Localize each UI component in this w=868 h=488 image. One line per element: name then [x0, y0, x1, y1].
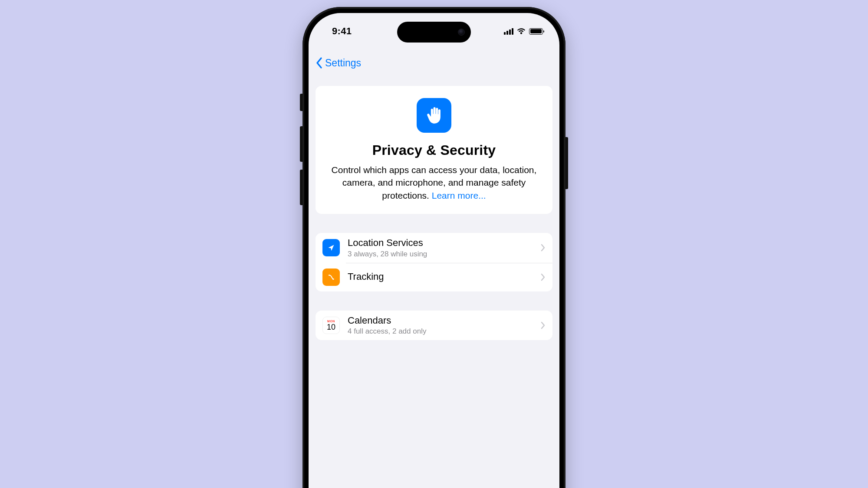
hero-card: Privacy & Security Control which apps ca… — [316, 86, 552, 214]
navigation-bar: Settings — [309, 51, 559, 75]
location-arrow-icon — [322, 239, 340, 256]
row-text: Tracking — [348, 271, 540, 282]
row-calendars[interactable]: MON 10 Calendars 4 full access, 2 add on… — [316, 311, 552, 340]
settings-group-apps: MON 10 Calendars 4 full access, 2 add on… — [316, 311, 552, 340]
calendar-dayofweek: MON — [327, 320, 335, 323]
hero-description: Control which apps can access your data,… — [325, 164, 543, 202]
row-tracking[interactable]: Tracking — [316, 263, 552, 291]
status-right — [504, 28, 543, 35]
battery-icon — [529, 28, 543, 35]
settings-group-location: Location Services 3 always, 28 while usi… — [316, 233, 552, 291]
volume-down-button — [300, 170, 302, 205]
status-bar: 9:41 — [309, 13, 559, 45]
phone-frame: 9:41 Settings — [302, 7, 566, 488]
back-label: Settings — [325, 57, 361, 69]
volume-up-button — [300, 126, 302, 162]
privacy-hand-icon — [417, 98, 451, 133]
content: Privacy & Security Control which apps ca… — [309, 80, 559, 488]
back-button[interactable]: Settings — [316, 57, 361, 69]
silent-switch — [300, 94, 302, 111]
row-title: Location Services — [348, 237, 540, 249]
chevron-right-icon — [540, 244, 546, 252]
hero-title: Privacy & Security — [325, 142, 543, 158]
calendar-icon: MON 10 — [322, 317, 340, 334]
phone-screen: 9:41 Settings — [309, 13, 559, 488]
cellular-icon — [504, 28, 513, 35]
row-text: Calendars 4 full access, 2 add only — [348, 315, 540, 336]
row-subtitle: 3 always, 28 while using — [348, 250, 540, 259]
chevron-right-icon — [540, 273, 546, 281]
chevron-left-icon — [316, 57, 323, 69]
row-text: Location Services 3 always, 28 while usi… — [348, 237, 540, 258]
learn-more-link[interactable]: Learn more... — [432, 190, 486, 200]
row-location-services[interactable]: Location Services 3 always, 28 while usi… — [316, 233, 552, 262]
stage: 9:41 Settings — [0, 0, 868, 488]
power-button — [566, 137, 568, 189]
chevron-right-icon — [540, 321, 546, 329]
clock: 9:41 — [332, 26, 352, 37]
row-title: Calendars — [348, 315, 540, 326]
wifi-icon — [517, 28, 526, 35]
row-subtitle: 4 full access, 2 add only — [348, 327, 540, 336]
row-title: Tracking — [348, 271, 540, 282]
calendar-day: 10 — [327, 323, 335, 331]
tracking-icon — [322, 269, 340, 286]
